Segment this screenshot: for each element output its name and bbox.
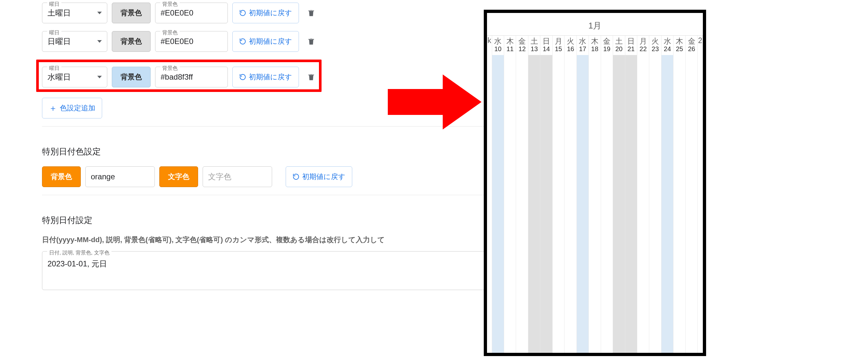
special-date-description: 日付(yyyy-MM-dd), 説明, 背景色(省略可), 文字色(省略可) の… <box>42 235 494 245</box>
plus-icon: ＋ <box>49 103 57 114</box>
day-field-label: 曜日 <box>47 65 61 72</box>
preview-weekday: 月 <box>553 36 564 45</box>
special-fg-color-input[interactable]: 文字色 <box>203 166 272 187</box>
day-select-value: 土曜日 <box>48 8 71 18</box>
reset-label: 初期値に戻す <box>249 72 292 82</box>
preview-weekday: 火 <box>564 36 576 45</box>
special-date-textarea-value: 2023-01-01, 元日 <box>48 259 107 268</box>
reset-button[interactable]: 初期値に戻す <box>232 31 299 52</box>
add-color-setting-button[interactable]: ＋ 色設定追加 <box>42 98 102 118</box>
special-date-textarea[interactable]: 2023-01-01, 元日 <box>42 251 494 290</box>
preview-column: 2 <box>698 36 703 353</box>
preview-weekday: 日 <box>625 36 637 45</box>
special-bg-color-value: orange <box>91 172 115 181</box>
preview-column: 金26 <box>686 36 698 353</box>
preview-column: 火16 <box>564 36 577 353</box>
preview-cell-body <box>613 55 625 353</box>
preview-date: 22 <box>637 45 649 55</box>
special-fg-color-button-label: 文字色 <box>168 172 189 182</box>
preview-cell-body <box>577 55 588 353</box>
preview-weekday: 金 <box>516 36 528 45</box>
preview-weekday: 火 <box>649 36 661 45</box>
trash-icon[interactable] <box>307 73 316 82</box>
preview-date <box>698 45 703 55</box>
preview-cell-body <box>698 55 703 353</box>
special-bg-color-button[interactable]: 背景色 <box>42 166 81 187</box>
reset-icon <box>239 9 246 17</box>
day-field-label: 曜日 <box>47 1 61 8</box>
preview-date: 25 <box>674 45 685 55</box>
preview-column: 水10 <box>492 36 504 353</box>
preview-date: 11 <box>504 45 516 55</box>
special-date-textarea-label: 日付, 説明, 背景色, 文字色 <box>47 250 112 256</box>
trash-icon[interactable] <box>307 37 316 46</box>
preview-column: 土20 <box>613 36 625 353</box>
preview-column: 金12 <box>516 36 528 353</box>
preview-cell-body <box>661 55 673 353</box>
bg-color-field-label: 背景色 <box>160 1 180 8</box>
reset-button[interactable]: 初期値に戻す <box>232 67 299 87</box>
preview-cell-body <box>564 55 576 353</box>
preview-weekday: k <box>487 36 492 45</box>
preview-cell-body <box>492 55 504 353</box>
preview-weekday: 日 <box>540 36 552 45</box>
preview-column: 日21 <box>625 36 637 353</box>
preview-cell-body <box>637 55 649 353</box>
bg-color-button[interactable]: 背景色 <box>112 3 151 23</box>
preview-weekday: 水 <box>492 36 504 45</box>
preview-column: 金19 <box>601 36 613 353</box>
preview-cell-body <box>625 55 637 353</box>
preview-column: 火23 <box>649 36 661 353</box>
bg-color-button-label: 背景色 <box>121 72 142 82</box>
preview-column: 水24 <box>661 36 674 353</box>
day-color-row: 曜日土曜日背景色背景色#E0E0E0初期値に戻す <box>42 3 494 23</box>
day-color-row: 曜日日曜日背景色背景色#E0E0E0初期値に戻す <box>42 31 494 52</box>
bg-color-field-label: 背景色 <box>160 65 180 72</box>
preview-cell-body <box>487 55 492 353</box>
reset-icon <box>239 74 246 81</box>
special-reset-label: 初期値に戻す <box>302 172 345 182</box>
bg-color-button[interactable]: 背景色 <box>112 31 151 52</box>
preview-date: 13 <box>528 45 540 55</box>
bg-color-button[interactable]: 背景色 <box>112 67 151 87</box>
special-bg-color-button-label: 背景色 <box>51 172 72 182</box>
bg-color-button-label: 背景色 <box>121 8 142 18</box>
trash-icon[interactable] <box>307 8 316 18</box>
preview-column: k <box>487 36 492 353</box>
preview-column: 日14 <box>540 36 552 353</box>
preview-column: 月15 <box>553 36 564 353</box>
preview-cell-body <box>553 55 564 353</box>
preview-cell-body <box>516 55 528 353</box>
preview-month-label: 1月 <box>487 13 703 36</box>
reset-label: 初期値に戻す <box>249 36 292 46</box>
preview-cell-body <box>674 55 685 353</box>
preview-date: 20 <box>613 45 625 55</box>
preview-cell-body <box>649 55 661 353</box>
preview-date: 12 <box>516 45 528 55</box>
preview-cell-body <box>540 55 552 353</box>
bg-color-button-label: 背景色 <box>121 36 142 46</box>
chevron-down-icon <box>97 40 102 43</box>
bg-color-value: #bad8f3ff <box>161 73 193 82</box>
highlight-annotation: 曜日水曜日背景色背景色#bad8f3ff初期値に戻す <box>36 60 321 92</box>
special-reset-button[interactable]: 初期値に戻す <box>286 166 352 187</box>
preview-date <box>487 45 492 55</box>
preview-date: 24 <box>661 45 673 55</box>
preview-weekday: 土 <box>528 36 540 45</box>
preview-column: 月22 <box>637 36 649 353</box>
reset-icon <box>292 173 300 180</box>
preview-weekday: 木 <box>504 36 516 45</box>
preview-weekday: 木 <box>674 36 685 45</box>
reset-button[interactable]: 初期値に戻す <box>232 3 299 23</box>
preview-weekday: 金 <box>601 36 613 45</box>
preview-date: 18 <box>589 45 600 55</box>
preview-date: 10 <box>492 45 504 55</box>
bg-color-field-label: 背景色 <box>160 29 180 36</box>
preview-cell-body <box>601 55 613 353</box>
svg-marker-0 <box>388 75 482 130</box>
preview-date: 15 <box>553 45 564 55</box>
special-bg-color-input[interactable]: orange <box>85 166 155 187</box>
special-fg-color-button[interactable]: 文字色 <box>159 166 198 187</box>
preview-cell-body <box>589 55 600 353</box>
preview-date: 17 <box>577 45 588 55</box>
